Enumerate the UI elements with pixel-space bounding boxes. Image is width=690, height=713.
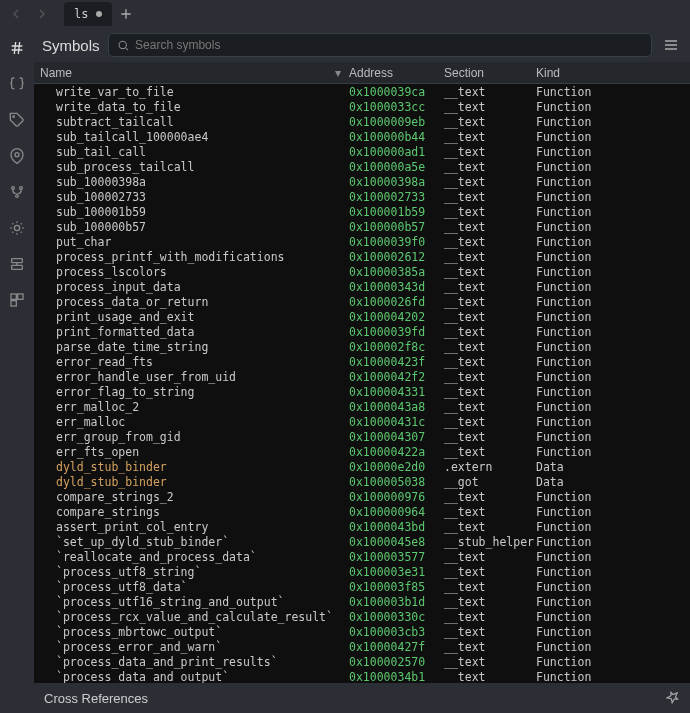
nav-back-button[interactable] bbox=[4, 3, 28, 25]
search-input[interactable] bbox=[135, 38, 643, 52]
table-row[interactable]: write_var_to_file0x1000039ca__textFuncti… bbox=[34, 84, 690, 99]
symbol-section: __text bbox=[444, 670, 536, 684]
panel-menu-button[interactable] bbox=[660, 34, 682, 56]
location-icon[interactable] bbox=[7, 146, 27, 166]
symbol-address: 0x1000042f2 bbox=[349, 370, 444, 384]
symbol-address: 0x10000422a bbox=[349, 445, 444, 459]
table-body[interactable]: write_var_to_file0x1000039ca__textFuncti… bbox=[34, 84, 690, 683]
symbol-name: `reallocate_and_process_data` bbox=[34, 550, 349, 564]
hash-icon[interactable] bbox=[7, 38, 27, 58]
tag-icon[interactable] bbox=[7, 110, 27, 130]
brackets-icon[interactable] bbox=[7, 74, 27, 94]
table-row[interactable]: dyld_stub_binder0x10000e2d0.externData bbox=[34, 459, 690, 474]
table-row[interactable]: error_handle_user_from_uid0x1000042f2__t… bbox=[34, 369, 690, 384]
table-row[interactable]: sub_tail_call0x100000ad1__textFunction bbox=[34, 144, 690, 159]
symbol-name: error_handle_user_from_uid bbox=[34, 370, 349, 384]
table-row[interactable]: subtract_tailcall0x1000009eb__textFuncti… bbox=[34, 114, 690, 129]
new-tab-button[interactable] bbox=[114, 3, 138, 25]
table-row[interactable]: sub_10000398a0x10000398a__textFunction bbox=[34, 174, 690, 189]
nav-forward-button[interactable] bbox=[30, 3, 54, 25]
symbol-address: 0x100000b57 bbox=[349, 220, 444, 234]
symbol-address: 0x10000398a bbox=[349, 175, 444, 189]
symbol-kind: Function bbox=[536, 640, 690, 654]
table-row[interactable]: dyld_stub_binder0x100005038__gotData bbox=[34, 474, 690, 489]
table-row[interactable]: err_group_from_gid0x100004307__textFunct… bbox=[34, 429, 690, 444]
search-box[interactable] bbox=[108, 33, 652, 57]
symbol-name: print_usage_and_exit bbox=[34, 310, 349, 324]
tab-label: ls bbox=[74, 7, 88, 21]
table-row[interactable]: `process_error_and_warn`0x10000427f__tex… bbox=[34, 639, 690, 654]
symbol-name: write_data_to_file bbox=[34, 100, 349, 114]
table-row[interactable]: `set_up_dyld_stub_binder`0x1000045e8__st… bbox=[34, 534, 690, 549]
column-header-address[interactable]: Address bbox=[349, 66, 444, 80]
table-row[interactable]: `process_utf8_string`0x100003e31__textFu… bbox=[34, 564, 690, 579]
svg-rect-7 bbox=[12, 265, 23, 269]
symbol-section: __text bbox=[444, 265, 536, 279]
table-row[interactable]: `process_utf8_data`0x100003f85__textFunc… bbox=[34, 579, 690, 594]
symbol-section: __text bbox=[444, 370, 536, 384]
table-row[interactable]: err_fts_open0x10000422a__textFunction bbox=[34, 444, 690, 459]
modules-icon[interactable] bbox=[7, 290, 27, 310]
symbol-kind: Function bbox=[536, 595, 690, 609]
table-row[interactable]: process_data_or_return0x1000026fd__textF… bbox=[34, 294, 690, 309]
column-header-kind[interactable]: Kind bbox=[536, 66, 690, 80]
symbol-name: write_var_to_file bbox=[34, 85, 349, 99]
symbol-kind: Function bbox=[536, 520, 690, 534]
table-row[interactable]: `process_mbrtowc_output`0x100003cb3__tex… bbox=[34, 624, 690, 639]
table-row[interactable]: err_malloc_20x1000043a8__textFunction bbox=[34, 399, 690, 414]
symbol-kind: Function bbox=[536, 445, 690, 459]
bug-icon[interactable] bbox=[7, 218, 27, 238]
symbol-address: 0x10000431c bbox=[349, 415, 444, 429]
table-row[interactable]: process_lscolors0x10000385a__textFunctio… bbox=[34, 264, 690, 279]
table-row[interactable]: `process_data_and_print_results`0x100002… bbox=[34, 654, 690, 669]
symbol-name: `process_utf16_string_and_output` bbox=[34, 595, 349, 609]
table-row[interactable]: sub_100001b590x100001b59__textFunction bbox=[34, 204, 690, 219]
footer-panel: Cross References bbox=[34, 683, 690, 713]
svg-point-2 bbox=[12, 187, 15, 190]
table-row[interactable]: write_data_to_file0x1000033cc__textFunct… bbox=[34, 99, 690, 114]
table-row[interactable]: err_malloc0x10000431c__textFunction bbox=[34, 414, 690, 429]
table-row[interactable]: sub_process_tailcall0x100000a5e__textFun… bbox=[34, 159, 690, 174]
sort-desc-icon: ▾ bbox=[335, 66, 341, 80]
symbol-kind: Data bbox=[536, 475, 690, 489]
svg-rect-10 bbox=[11, 301, 16, 306]
table-row[interactable]: parse_date_time_string0x100002f8c__textF… bbox=[34, 339, 690, 354]
file-tab[interactable]: ls bbox=[64, 2, 112, 26]
table-row[interactable]: sub_1000027330x100002733__textFunction bbox=[34, 189, 690, 204]
table-row[interactable]: `process_rcx_value_and_calculate_result`… bbox=[34, 609, 690, 624]
table-row[interactable]: print_formatted_data0x1000039fd__textFun… bbox=[34, 324, 690, 339]
table-row[interactable]: `reallocate_and_process_data`0x100003577… bbox=[34, 549, 690, 564]
table-row[interactable]: put_char0x1000039f0__textFunction bbox=[34, 234, 690, 249]
table-row[interactable]: `process_data_and_output`0x1000034b1__te… bbox=[34, 669, 690, 683]
symbol-kind: Data bbox=[536, 460, 690, 474]
symbol-kind: Function bbox=[536, 430, 690, 444]
column-header-section[interactable]: Section bbox=[444, 66, 536, 80]
symbol-address: 0x100002612 bbox=[349, 250, 444, 264]
table-row[interactable]: process_input_data0x10000343d__textFunct… bbox=[34, 279, 690, 294]
table-row[interactable]: compare_strings_20x100000976__textFuncti… bbox=[34, 489, 690, 504]
toolbar: ls bbox=[0, 0, 690, 28]
symbol-section: __text bbox=[444, 625, 536, 639]
stack-icon[interactable] bbox=[7, 254, 27, 274]
symbol-kind: Function bbox=[536, 205, 690, 219]
pin-icon[interactable] bbox=[666, 690, 680, 707]
symbol-section: __text bbox=[444, 130, 536, 144]
table-row[interactable]: sub_tailcall_100000ae40x100000b44__textF… bbox=[34, 129, 690, 144]
symbol-kind: Function bbox=[536, 145, 690, 159]
table-row[interactable]: assert_print_col_entry0x1000043bd__textF… bbox=[34, 519, 690, 534]
column-header-name[interactable]: Name ▾ bbox=[34, 66, 349, 80]
table-row[interactable]: `process_utf16_string_and_output`0x10000… bbox=[34, 594, 690, 609]
table-row[interactable]: compare_strings0x100000964__textFunction bbox=[34, 504, 690, 519]
table-row[interactable]: sub_100000b570x100000b57__textFunction bbox=[34, 219, 690, 234]
table-row[interactable]: print_usage_and_exit0x100004202__textFun… bbox=[34, 309, 690, 324]
symbol-name: `process_data_and_print_results` bbox=[34, 655, 349, 669]
table-row[interactable]: process_printf_with_modifications0x10000… bbox=[34, 249, 690, 264]
symbol-name: print_formatted_data bbox=[34, 325, 349, 339]
symbol-address: 0x100003577 bbox=[349, 550, 444, 564]
table-row[interactable]: error_read_fts0x10000423f__textFunction bbox=[34, 354, 690, 369]
table-row[interactable]: error_flag_to_string0x100004331__textFun… bbox=[34, 384, 690, 399]
symbol-kind: Function bbox=[536, 235, 690, 249]
symbol-address: 0x100003b1d bbox=[349, 595, 444, 609]
branch-icon[interactable] bbox=[7, 182, 27, 202]
symbol-kind: Function bbox=[536, 220, 690, 234]
